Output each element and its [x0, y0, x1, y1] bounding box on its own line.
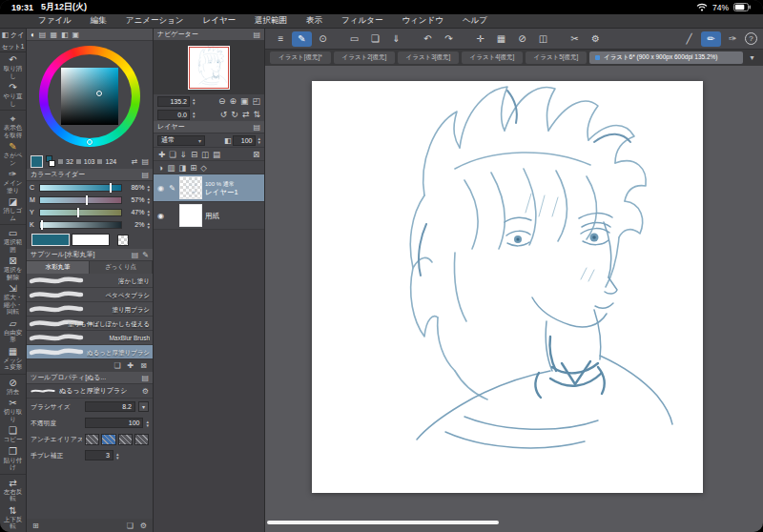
lock-layer-icon[interactable]: ▥: [167, 163, 175, 173]
clip-to-layer-icon[interactable]: ◑: [158, 163, 163, 173]
hue-marker[interactable]: [87, 139, 93, 145]
menu-item[interactable]: ウィンドウ: [392, 15, 453, 27]
menu-item[interactable]: 選択範囲: [245, 15, 297, 27]
canvas-viewport[interactable]: [265, 66, 763, 532]
panel-menu-icon[interactable]: ▤: [253, 31, 260, 39]
panel-menu-icon[interactable]: ▤: [141, 374, 149, 382]
yellow-slider[interactable]: Y 47% ▴▾: [27, 206, 153, 218]
secondary-color-swatch[interactable]: [72, 234, 110, 246]
tool-select[interactable]: ▭ 選択範囲: [0, 224, 26, 254]
settings-icon[interactable]: ⚙: [586, 31, 606, 47]
subtool-nurutto[interactable]: ぬるっと厚塗りブラシ: [27, 345, 153, 359]
blend-mode-select[interactable]: 通常 ▾: [157, 135, 205, 146]
tool-flip-horizontal[interactable]: ⇄ 左右反転: [0, 474, 26, 503]
menu-item[interactable]: ヘルプ: [453, 15, 497, 27]
subtool-nuri-nobashi[interactable]: 塗りも伸ばしぼかしも使える: [27, 317, 153, 331]
layer-row-layer1[interactable]: ◉ ✎ 100 % 通常 レイヤー1: [154, 174, 264, 202]
tool-cut[interactable]: ✂ 切り取り: [0, 396, 26, 423]
edit-subtool-icon[interactable]: ✎: [142, 251, 149, 259]
delete-subtool-icon[interactable]: ⊠: [140, 361, 147, 370]
antialias-none-button[interactable]: [85, 434, 99, 445]
rotation-stepper[interactable]: ▴▾: [193, 111, 196, 118]
save-icon[interactable]: ⇓: [386, 31, 406, 47]
tool-main-paint[interactable]: ✑ メイン塗り: [0, 167, 26, 194]
layer-visibility-icon[interactable]: ◉: [156, 212, 165, 220]
current-color-swatch[interactable]: [31, 155, 43, 168]
stabilization-stepper[interactable]: ▴▾: [116, 452, 119, 460]
main-menu-icon[interactable]: ≡: [271, 31, 291, 47]
open-file-icon[interactable]: ❏: [365, 31, 385, 47]
document-tab[interactable]: イラスト4[復元]: [462, 51, 523, 64]
reference-layer-icon[interactable]: ⊞: [190, 163, 196, 173]
color-wheel-tab-icon[interactable]: ◐: [31, 31, 35, 39]
fit-screen-icon[interactable]: ▣: [240, 96, 249, 106]
opacity-stepper[interactable]: ▴▾: [146, 419, 149, 427]
tab-list-chevron-icon[interactable]: ▾: [746, 53, 758, 62]
zoom-out-icon[interactable]: ⊖: [218, 96, 226, 106]
merge-down-icon[interactable]: ⊟: [191, 150, 197, 159]
new-raster-layer-icon[interactable]: ✚: [158, 150, 165, 159]
flip-horizontal-icon[interactable]: ⇄: [242, 110, 250, 119]
menu-item[interactable]: フィルター: [332, 15, 392, 27]
rotation-value[interactable]: 0.0: [157, 110, 190, 120]
primary-color-swatch[interactable]: [31, 234, 70, 246]
rotate-right-icon[interactable]: ↻: [231, 110, 238, 119]
delete-layer-icon[interactable]: ⊠: [253, 150, 259, 159]
eyedropper-icon[interactable]: ⊙: [313, 31, 333, 47]
duplicate-icon[interactable]: ❏: [127, 522, 134, 530]
document-tab[interactable]: イラスト6* (900 x 900px 600dpi 135.2%): [589, 51, 743, 64]
cyan-slider[interactable]: C 86% ▴▾: [27, 181, 153, 194]
paper-thumbnail[interactable]: [179, 204, 202, 227]
menu-item[interactable]: レイヤー: [194, 15, 246, 27]
ruler-icon[interactable]: ▤: [213, 150, 220, 159]
antialias-weak-button[interactable]: [101, 434, 115, 445]
line-tool-icon[interactable]: ╱: [679, 31, 699, 47]
zoom-stepper[interactable]: ▴▾: [193, 97, 196, 105]
marquee-icon[interactable]: ▭: [344, 31, 364, 47]
transfer-down-icon[interactable]: ⇓: [180, 150, 187, 159]
tool-redo[interactable]: ↷ やり直し: [0, 80, 26, 108]
panel-menu-icon[interactable]: ▤: [253, 123, 260, 132]
color-set-tab-icon[interactable]: ▦: [50, 31, 57, 39]
subtool-tokashi[interactable]: 溶かし塗り: [27, 274, 153, 288]
tool-flip-vertical[interactable]: ⇅ 上下反転: [0, 503, 26, 531]
menu-item[interactable]: ファイル: [29, 15, 81, 27]
zoom-in-icon[interactable]: ⊕: [229, 96, 237, 106]
flip-vertical-icon[interactable]: ⇅: [253, 110, 260, 119]
grid-icon[interactable]: ▦: [491, 31, 511, 47]
subtool-petapeta[interactable]: ペタペタブラシ: [27, 288, 153, 302]
antialias-middle-button[interactable]: [118, 434, 133, 445]
tool-undo[interactable]: ↶ 取り消し: [0, 52, 26, 80]
tool-paste[interactable]: ❐ 貼り付け: [0, 444, 26, 472]
subtool-group-watercolor[interactable]: 水彩丸筆: [27, 261, 90, 274]
default-colors-swatch[interactable]: [46, 155, 55, 167]
document-tab[interactable]: イラスト2[復元]: [334, 51, 395, 64]
intermediate-color-tab-icon[interactable]: ◧: [61, 31, 69, 39]
brush-size-input[interactable]: 8.2: [85, 401, 135, 412]
drawing-canvas[interactable]: [312, 81, 703, 493]
sv-marker[interactable]: [96, 91, 102, 96]
home-indicator[interactable]: [267, 521, 499, 524]
lock-transparent-icon[interactable]: ◨: [178, 163, 186, 173]
saturation-value-box[interactable]: [61, 68, 118, 125]
detail-settings-icon[interactable]: ⚙: [140, 522, 147, 530]
transparent-color-swatch[interactable]: [117, 235, 129, 246]
pen-tool-icon[interactable]: ✎: [292, 31, 312, 47]
new-folder-icon[interactable]: ❏: [169, 150, 176, 159]
brush-settings-icon[interactable]: ⚙: [142, 387, 149, 396]
undo-icon[interactable]: ↶: [418, 31, 438, 47]
tool-deselect[interactable]: ⊠ 選択を解除: [0, 254, 26, 281]
document-tab[interactable]: イラスト3[復元]: [398, 51, 459, 64]
panel-menu-icon[interactable]: ▤: [132, 251, 139, 259]
magenta-slider[interactable]: M 57% ▴▾: [27, 194, 153, 206]
antialias-strong-button[interactable]: [134, 434, 149, 445]
menu-item[interactable]: 表示: [297, 15, 332, 27]
color-slider-tab-icon[interactable]: ▤: [39, 31, 47, 39]
panel-menu-icon[interactable]: ▤: [141, 157, 149, 166]
quick-access-tab[interactable]: ◧ クイ: [0, 29, 26, 41]
navigator-thumbnail[interactable]: [188, 46, 230, 90]
subtool-maxblur[interactable]: MaxBlur Brush: [27, 331, 153, 345]
special-ruler-icon[interactable]: ⊘: [512, 31, 532, 47]
subtool-group-rough[interactable]: ざっくり点: [90, 261, 153, 274]
tool-eraser[interactable]: ◪ 消しゴム: [0, 194, 26, 222]
